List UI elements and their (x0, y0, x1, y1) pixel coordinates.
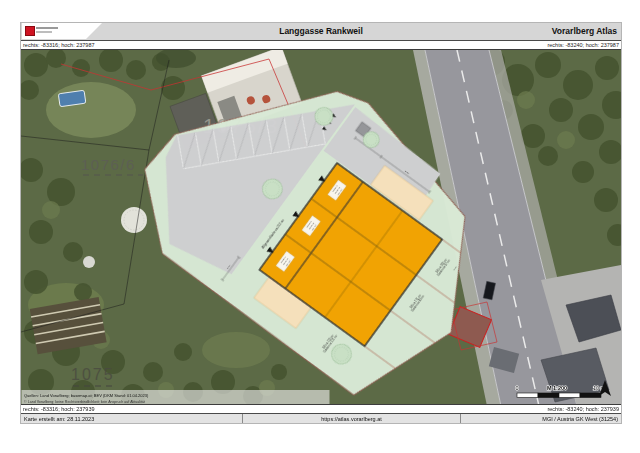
scale-zero-label: 0 (515, 385, 518, 391)
map-sheet: Langgasse Rankweil Vorarlberg Atlas rech… (20, 22, 622, 424)
footer-url: https://atlas.vorarlberg.at (243, 414, 461, 423)
parcel-label: 1076/6 (81, 156, 136, 173)
coord-top-right: rechts: -83240; hoch: 237987 (547, 42, 619, 48)
sheet-header: Langgasse Rankweil Vorarlberg Atlas (21, 23, 621, 41)
coord-bottom-left: rechts: -83316; hoch: 237939 (23, 406, 95, 412)
map-canvas: 1076/3 1076/6 1075 (21, 49, 621, 405)
scale-ratio-label: M 1:200 (547, 385, 567, 391)
white-tree (121, 207, 147, 233)
coordinate-row-bottom: rechts: -83316; hoch: 237939 rechts: -83… (21, 405, 621, 413)
map-svg: 1076/3 1076/6 1075 (21, 50, 621, 405)
map-title: Langgasse Rankweil (21, 26, 621, 36)
attribution-box: Quellen: Land Vorarlberg; basemap.at; BE… (22, 390, 330, 405)
coord-top-left: rechts: -83316; hoch: 237987 (23, 42, 95, 48)
footer-created-date: Karte erstellt am: 28.11.2023 (21, 414, 243, 423)
dome-structure (83, 256, 95, 268)
app-name: Vorarlberg Atlas (552, 26, 617, 36)
coord-bottom-right: rechts: -83240; hoch: 237939 (547, 406, 619, 412)
attribution-line-1: Quellen: Land Vorarlberg; basemap.at; BE… (24, 393, 149, 398)
sheet-footer: Karte erstellt am: 28.11.2023 https://at… (21, 413, 621, 423)
footer-crs: MGI / Austria GK West (31254) (461, 414, 621, 423)
page: { "header": { "title": "Langgasse Rankwe… (0, 0, 640, 453)
attribution-line-2: © Land Vorarlberg; keine Rechtsverbindli… (24, 400, 145, 404)
coordinate-row-top: rechts: -83316; hoch: 237987 rechts: -83… (21, 41, 621, 49)
parcel-label: 1075 (71, 366, 115, 383)
